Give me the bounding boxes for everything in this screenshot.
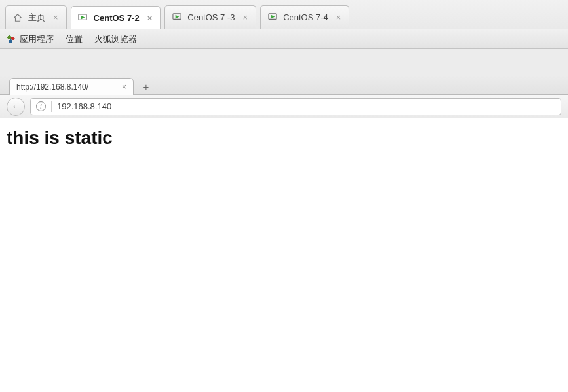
- firefox-navbar: ← i 192.168.8.140: [0, 95, 568, 118]
- vmware-tab-centos7-2[interactable]: CentOS 7-2 ×: [71, 6, 161, 29]
- back-button[interactable]: ←: [7, 98, 25, 116]
- menu-label: 位置: [66, 33, 83, 45]
- new-tab-button[interactable]: +: [138, 79, 155, 94]
- gnome-places-menu[interactable]: 位置: [66, 33, 83, 45]
- svg-marker-1: [81, 15, 85, 19]
- gnome-top-bar: 应用程序 位置 火狐浏览器: [0, 29, 568, 49]
- site-info-icon[interactable]: i: [36, 101, 46, 111]
- close-icon[interactable]: ×: [122, 82, 126, 92]
- plus-icon: +: [143, 81, 149, 92]
- home-icon: [12, 12, 23, 23]
- webpage-content: this is static: [0, 118, 568, 158]
- firefox-tabstrip: http://192.168.8.140/ × +: [0, 75, 568, 95]
- url-bar[interactable]: i 192.168.8.140: [30, 98, 561, 115]
- menu-label: 应用程序: [20, 33, 54, 45]
- vmware-tab-centos7-3[interactable]: CentOS 7 -3 ×: [164, 5, 256, 29]
- page-heading: this is static: [7, 128, 561, 149]
- vm-monitor-icon: [267, 12, 278, 23]
- vm-monitor-icon: [172, 12, 182, 23]
- vm-monitor-icon: [78, 12, 88, 23]
- vmware-tab-centos7-4[interactable]: CentOS 7-4 ×: [260, 5, 349, 29]
- vmware-tab-label: 主页: [28, 12, 45, 24]
- firefox-tab-title: http://192.168.8.140/: [16, 82, 88, 92]
- vmware-tab-label: CentOS 7-2: [94, 13, 140, 23]
- close-icon[interactable]: ×: [243, 13, 248, 22]
- svg-marker-3: [175, 15, 179, 19]
- menu-label: 火狐浏览器: [94, 33, 137, 45]
- separator: [51, 101, 52, 112]
- firefox-tab[interactable]: http://192.168.8.140/ ×: [9, 78, 134, 95]
- gnome-applications-menu[interactable]: 应用程序: [7, 33, 54, 45]
- activities-icon: [7, 35, 16, 44]
- close-icon[interactable]: ×: [53, 13, 58, 22]
- vmware-tab-home[interactable]: 主页 ×: [5, 5, 67, 29]
- vmware-tab-label: CentOS 7-4: [283, 12, 328, 22]
- vmware-tabbar: 主页 × CentOS 7-2 × CentOS 7 -3 ×: [0, 0, 568, 29]
- close-icon[interactable]: ×: [147, 14, 153, 22]
- arrow-left-icon: ←: [12, 101, 20, 111]
- close-icon[interactable]: ×: [336, 13, 341, 22]
- svg-marker-5: [271, 15, 275, 19]
- gnome-firefox-menu[interactable]: 火狐浏览器: [94, 33, 137, 45]
- url-text: 192.168.8.140: [57, 101, 111, 111]
- vmware-tab-label: CentOS 7 -3: [187, 12, 235, 22]
- window-toolbar-spacer: [0, 49, 568, 75]
